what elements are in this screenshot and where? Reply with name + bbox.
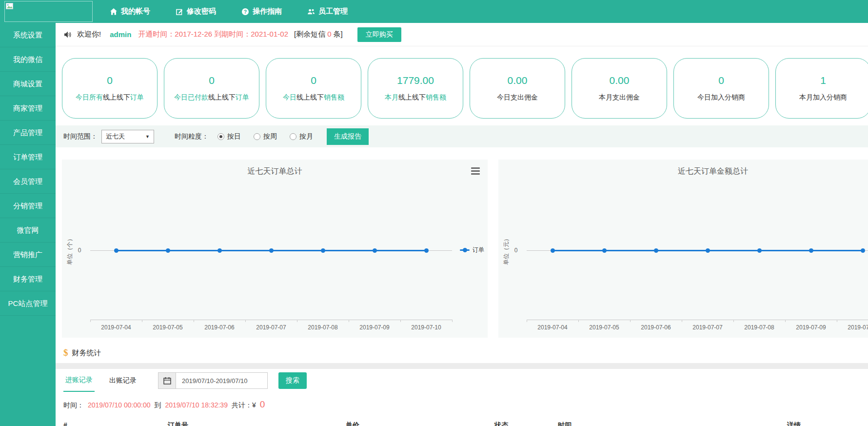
users-icon [307, 8, 315, 16]
radio-input[interactable] [290, 133, 296, 140]
legend-marker [460, 248, 470, 252]
radio-按周[interactable]: 按周 [254, 132, 277, 141]
stat-value: 1 [820, 75, 826, 86]
nav-item-label: 操作指南 [253, 7, 282, 16]
stat-label: 今日已付款线上线下订单 [174, 93, 249, 102]
search-button[interactable]: 搜索 [278, 372, 307, 389]
svg-text:?: ? [244, 9, 247, 14]
x-axis-label: 2019-07-04 [531, 324, 574, 331]
x-axis-label: 2019-07-07 [686, 324, 730, 331]
stat-card: 0今日加入分销商 [673, 58, 769, 119]
sidebar-item[interactable]: 订单管理 [0, 145, 56, 169]
username: admin [110, 30, 131, 39]
range-select[interactable]: 近七天 ▼ [101, 130, 154, 143]
table-header-cell: 单价 [346, 421, 359, 426]
time-to-word: 到 [154, 401, 161, 410]
total-amount: 0 [260, 399, 265, 410]
sidebar-item[interactable]: 商城设置 [0, 72, 56, 96]
broken-image-icon [6, 3, 13, 9]
x-axis-tick [527, 320, 527, 322]
x-axis-label: 2019-07-05 [582, 324, 626, 331]
x-axis-tick [452, 320, 453, 322]
chart-title: 近七天订单总计 [62, 166, 488, 177]
range-label: 时间范围： [63, 132, 98, 141]
stat-value: 0 [209, 75, 215, 86]
data-point [321, 248, 325, 253]
edit-icon [176, 8, 183, 16]
sidebar-item[interactable]: 系统设置 [0, 23, 56, 47]
sidebar-item[interactable]: 营销推广 [0, 243, 56, 267]
stat-label: 本月线上线下销售额 [385, 93, 446, 102]
sidebar-item[interactable]: 产品管理 [0, 121, 56, 145]
x-axis-tick [837, 320, 837, 322]
main-content: 欢迎你! admin 开通时间：2017-12-26 到期时间：2021-01-… [56, 23, 868, 426]
records-table-header: #订单号单价状态时间详情 [56, 421, 868, 426]
sidebar-item[interactable]: 我的微信 [0, 47, 56, 72]
sidebar-item[interactable]: 微官网 [0, 218, 56, 243]
account-period: 开通时间：2017-12-26 到期时间：2021-01-02 [138, 30, 288, 39]
granularity-options: 按日按周按月 [217, 132, 313, 141]
x-axis-label: 2019-07-10 [404, 324, 448, 331]
nav-item-label: 修改密码 [187, 7, 216, 16]
top-bar: 我的帐号修改密码?操作指南员工管理 [0, 0, 868, 23]
generate-report-button[interactable]: 生成报告 [327, 128, 369, 145]
welcome-bar: 欢迎你! admin 开通时间：2017-12-26 到期时间：2021-01-… [56, 23, 868, 46]
y-axis-unit: 单位（元） [502, 236, 511, 265]
x-axis-label: 2019-07-07 [249, 324, 293, 331]
filter-bar: 时间范围： 近七天 ▼ 时间粒度： 按日按周按月 生成报告 [56, 125, 868, 147]
sidebar-item[interactable]: 分销管理 [0, 194, 56, 218]
date-range-input[interactable] [176, 372, 268, 389]
legend-label: 订单 [473, 246, 484, 254]
x-axis-label: 2019-07-08 [737, 324, 781, 331]
tab-income-records[interactable]: 进账记录 [63, 369, 95, 392]
nav-item-2[interactable]: 修改密码 [176, 7, 216, 16]
stat-card: 0.00今日支出佣金 [470, 58, 565, 119]
data-point [757, 248, 762, 253]
sidebar-item[interactable]: 财务管理 [0, 267, 56, 291]
x-axis-tick [245, 320, 246, 322]
finance-section-header: $ 财务统计 [56, 343, 868, 363]
legend-orders[interactable]: 订单 [460, 246, 484, 254]
chart-menu-icon[interactable] [471, 167, 480, 175]
nav-item-1[interactable]: 我的帐号 [110, 7, 150, 16]
table-header-cell: # [63, 421, 67, 426]
time-from: 2019/07/10 00:00:00 [88, 401, 150, 409]
data-point [114, 248, 118, 253]
data-point [217, 248, 222, 253]
x-axis-label: 2019-07-10 [841, 324, 868, 331]
top-navigation: 我的帐号修改密码?操作指南员工管理 [110, 7, 373, 16]
x-axis-tick [194, 320, 194, 322]
nav-item-4[interactable]: 员工管理 [307, 7, 348, 16]
radio-input[interactable] [254, 133, 260, 140]
nav-item-3[interactable]: ?操作指南 [241, 7, 282, 16]
radio-input[interactable] [217, 133, 224, 140]
buy-now-button[interactable]: 立即购买 [357, 27, 401, 42]
stat-card: 0今日已付款线上线下订单 [164, 58, 259, 119]
tab-expense-records[interactable]: 出账记录 [107, 370, 138, 391]
logo [4, 1, 93, 22]
nav-item-label: 员工管理 [318, 7, 348, 16]
sidebar-item[interactable]: PC站点管理 [0, 291, 56, 316]
time-to: 2019/07/10 18:32:39 [165, 401, 227, 409]
sms-remaining: [剩余短信0条] [294, 30, 343, 39]
x-axis-tick [733, 320, 734, 322]
radio-按日[interactable]: 按日 [217, 132, 241, 141]
x-axis-label: 2019-07-09 [353, 324, 396, 331]
question-icon: ? [241, 8, 249, 16]
stat-card: 0今日线上线下销售额 [266, 58, 361, 119]
sidebar-item[interactable]: 商家管理 [0, 96, 56, 121]
sidebar-item[interactable]: 会员管理 [0, 169, 56, 194]
data-point [809, 248, 813, 253]
data-point [706, 248, 710, 253]
radio-按月[interactable]: 按月 [290, 132, 313, 141]
data-point [424, 248, 429, 253]
x-axis-tick [682, 320, 682, 322]
stat-card: 0.00本月支出佣金 [572, 58, 667, 119]
order-amount-chart: 近七天订单金额总计 单位（元） 0 2019-07-042019-07-0520… [498, 160, 868, 338]
x-axis-label: 2019-07-09 [789, 324, 833, 331]
calendar-icon[interactable] [158, 372, 176, 389]
x-axis-label: 2019-07-05 [146, 324, 190, 331]
stat-value: 0.00 [610, 75, 630, 86]
x-axis-label: 2019-07-04 [94, 324, 138, 331]
x-axis-tick [630, 320, 631, 322]
